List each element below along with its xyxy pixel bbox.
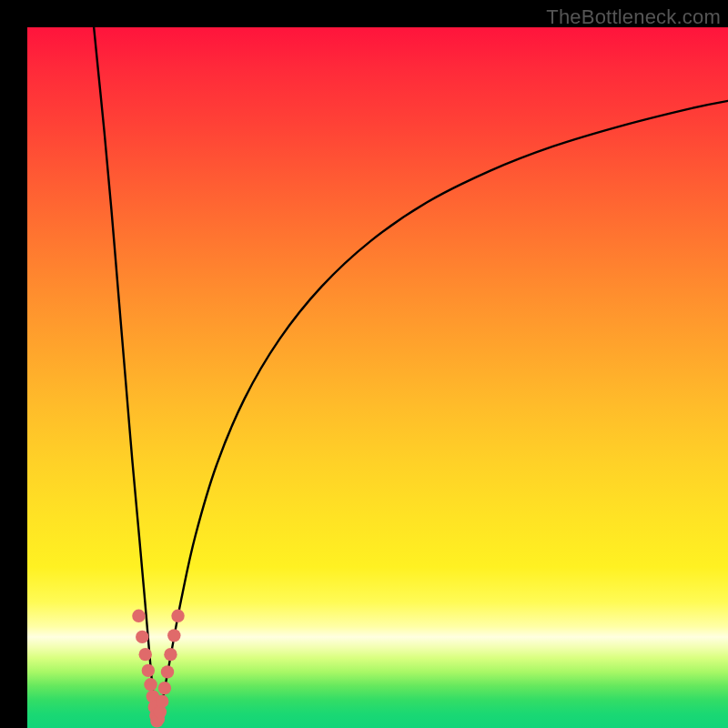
- data-marker: [158, 682, 171, 694]
- data-marker: [132, 610, 145, 622]
- curve-group: [94, 27, 728, 724]
- curve-left-branch: [94, 27, 157, 724]
- data-marker: [142, 664, 155, 677]
- data-marker: [164, 648, 177, 661]
- data-marker: [139, 648, 152, 661]
- data-marker: [144, 678, 157, 691]
- data-marker: [171, 610, 184, 622]
- plot-area: [27, 27, 728, 728]
- chart-frame: TheBottleneck.com: [0, 0, 728, 728]
- watermark-text: TheBottleneck.com: [546, 5, 721, 29]
- data-marker: [161, 665, 174, 678]
- chart-svg: [27, 27, 728, 728]
- data-marker: [167, 629, 180, 642]
- curve-right-branch: [157, 101, 728, 724]
- data-marker: [156, 695, 168, 708]
- data-marker: [136, 631, 148, 643]
